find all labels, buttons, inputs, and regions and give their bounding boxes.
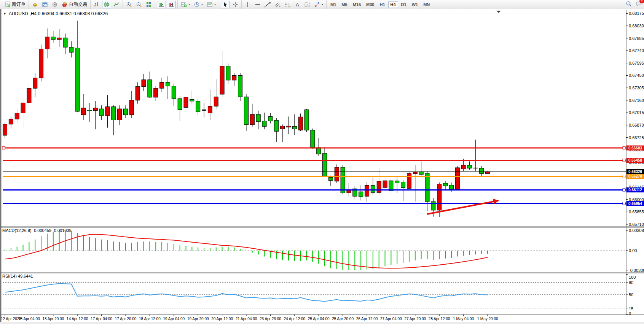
candle-body <box>443 183 448 186</box>
templates-button[interactable]: ▾ <box>205 1 217 8</box>
rsi-axis-label: 15 <box>629 307 633 311</box>
timeframe-button-m15[interactable]: M15 <box>351 1 363 8</box>
template-icon <box>207 2 213 8</box>
autoscroll-icon <box>158 2 164 8</box>
vertical-line-button[interactable] <box>243 1 252 8</box>
auto-trading-button[interactable]: 自动交易 <box>60 0 89 8</box>
cursor-button[interactable] <box>221 1 230 8</box>
crosshair-button[interactable] <box>231 1 240 8</box>
chart-background <box>0 9 644 324</box>
new-order-button[interactable]: 新订单 <box>3 0 27 8</box>
time-axis-label: 1 May 20:00 <box>477 317 498 321</box>
text-label-button[interactable]: T <box>303 1 312 8</box>
data-window-button[interactable] <box>40 1 49 8</box>
price-tick-label: 0.67305 <box>629 86 644 90</box>
channel-button[interactable]: E <box>273 1 282 8</box>
trading-terminal-window: 新订单自动交易▾▾▾EFAT▾M1M5M15M30H1H4D1W1MN1 ▼ A… <box>0 0 644 324</box>
candlestick-chart-button[interactable] <box>102 1 111 8</box>
dropdown-caret-icon[interactable]: ▾ <box>188 3 190 6</box>
zoom-in-button[interactable] <box>124 1 134 8</box>
timeframe-button-d1[interactable]: D1 <box>399 1 409 8</box>
timeframe-button-m30[interactable]: M30 <box>364 1 376 8</box>
price-label: 0.66326 <box>628 170 642 174</box>
signals-button[interactable] <box>50 1 59 8</box>
arrows-button[interactable]: ▾ <box>312 1 325 8</box>
arrows-icon <box>314 2 320 8</box>
dropdown-caret-icon[interactable]: ▾ <box>214 3 216 6</box>
candle-body <box>27 88 31 103</box>
candle-body <box>298 117 303 130</box>
candle-body <box>256 114 260 122</box>
candle-body <box>184 97 188 108</box>
text-button[interactable]: A <box>293 1 302 8</box>
trendline-button[interactable] <box>263 1 272 8</box>
time-axis-label: 23 Apr 23:00 <box>260 317 281 321</box>
dropdown-caret-icon[interactable]: ▾ <box>322 3 323 6</box>
candle-body <box>292 126 296 129</box>
line-handle[interactable] <box>623 202 625 205</box>
candle-body <box>160 82 164 88</box>
timeframe-button-w1[interactable]: W1 <box>410 1 421 8</box>
chart-menu-caret[interactable]: ▼ <box>3 12 6 16</box>
price-label: 0.66603 <box>628 146 642 150</box>
candle-body <box>172 86 176 99</box>
toolbar-group: EFAT▾ <box>241 0 326 9</box>
candles-icon <box>104 2 110 8</box>
candle-body <box>359 192 363 197</box>
rsi-axis-label: 50 <box>629 292 633 297</box>
toolbar-group: 自动交易 <box>29 0 90 9</box>
line-handle[interactable] <box>623 147 625 149</box>
candle-body <box>335 167 339 181</box>
price-label: 0.66458 <box>628 158 642 162</box>
price-label: 0.66270 <box>628 174 642 178</box>
price-tick-label: 0.66725 <box>629 135 644 140</box>
fibonacci-button[interactable]: F <box>283 1 292 8</box>
line-handle[interactable] <box>623 189 625 191</box>
line-handle[interactable] <box>623 175 625 178</box>
candle-body <box>262 121 266 126</box>
bar-chart-button[interactable] <box>92 1 101 8</box>
indicators-button[interactable]: ▾ <box>179 1 191 8</box>
horizontal-line-button[interactable] <box>253 1 262 8</box>
zoom-out-button[interactable] <box>134 1 143 8</box>
candle-body <box>21 103 25 113</box>
candle-body <box>274 120 279 131</box>
candle-body <box>93 108 97 111</box>
dropdown-caret-icon[interactable]: ▾ <box>201 3 203 6</box>
periods-button[interactable]: ▾ <box>192 1 204 8</box>
search-icon <box>626 1 632 7</box>
candle-body <box>304 110 309 130</box>
chart-shift-button[interactable] <box>167 1 176 8</box>
timeframe-button-m1[interactable]: M1 <box>328 1 338 8</box>
candle-body <box>118 109 122 120</box>
notifications-button[interactable]: 1 <box>636 1 642 8</box>
candle-body <box>135 87 140 100</box>
line-chart-button[interactable] <box>112 1 121 8</box>
candle-body <box>437 184 442 210</box>
candle-body <box>87 110 91 111</box>
auto-scroll-button[interactable] <box>157 1 166 8</box>
chart-canvas[interactable]: 0.681750.680300.678850.677400.675950.674… <box>0 9 644 324</box>
market-watch-button[interactable] <box>30 1 40 8</box>
timeframe-button-h4[interactable]: H4 <box>388 1 398 8</box>
hline-icon <box>255 2 261 8</box>
timeframe-button-m5[interactable]: M5 <box>339 1 349 8</box>
price-tick-label: 0.67740 <box>629 48 644 53</box>
time-axis-label: 18 Apr 12:00 <box>139 317 161 321</box>
candle-body <box>214 97 218 106</box>
zoomout-icon <box>136 2 142 8</box>
search-button[interactable] <box>626 1 632 8</box>
line-handle[interactable] <box>623 159 625 162</box>
tile-windows-button[interactable] <box>144 1 153 8</box>
toolbar: 新订单自动交易▾▾▾EFAT▾M1M5M15M30H1H4D1W1MN1 <box>0 0 644 9</box>
candle-body <box>328 178 333 181</box>
fibo-icon: F <box>284 2 290 8</box>
timeframe-button-mn[interactable]: MN <box>421 1 432 8</box>
candle-body <box>413 172 417 174</box>
channel-icon: E <box>274 2 281 8</box>
line-handle[interactable] <box>2 147 5 149</box>
timeframe-button-h1[interactable]: H1 <box>377 1 387 8</box>
svg-text:A: A <box>296 2 299 8</box>
candle-body <box>323 153 327 176</box>
time-axis-label: 25 Apr 04:00 <box>308 317 330 321</box>
